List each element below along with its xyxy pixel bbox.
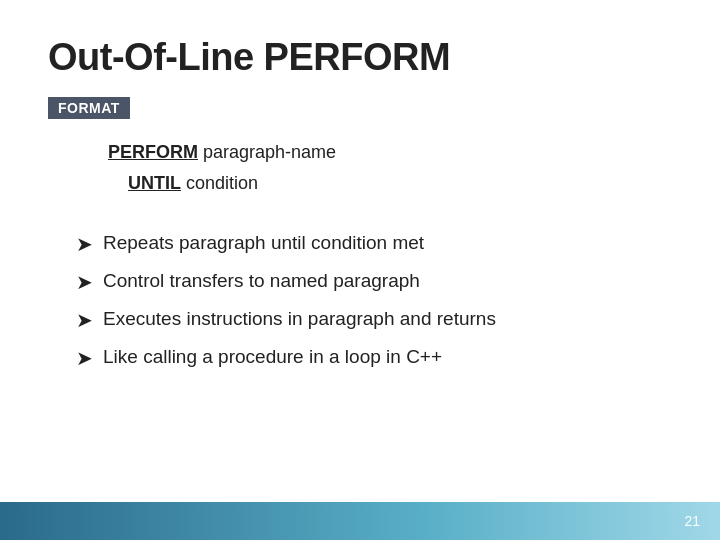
format-block: PERFORM paragraph-name UNTIL condition	[108, 137, 672, 198]
slide-title: Out-Of-Line PERFORM	[48, 36, 672, 79]
format-line-2: UNTIL condition	[108, 168, 672, 199]
bullet-text-4: Like calling a procedure in a loop in C+…	[103, 342, 672, 371]
bottom-bar: 21	[0, 502, 720, 540]
bullet-text-2: Control transfers to named paragraph	[103, 266, 672, 295]
list-item: ➤ Control transfers to named paragraph	[76, 266, 672, 298]
list-item: ➤ Repeats paragraph until condition met	[76, 228, 672, 260]
bullet-list: ➤ Repeats paragraph until condition met …	[76, 228, 672, 374]
list-item: ➤ Executes instructions in paragraph and…	[76, 304, 672, 336]
bullet-arrow-icon: ➤	[76, 343, 93, 374]
format-line-1-rest: paragraph-name	[203, 142, 336, 162]
format-line-2-rest: condition	[186, 173, 258, 193]
bullet-text-1: Repeats paragraph until condition met	[103, 228, 672, 257]
bullet-arrow-icon: ➤	[76, 267, 93, 298]
list-item: ➤ Like calling a procedure in a loop in …	[76, 342, 672, 374]
slide-number: 21	[684, 513, 700, 529]
bullet-text-3: Executes instructions in paragraph and r…	[103, 304, 672, 333]
format-line-1: PERFORM paragraph-name	[108, 137, 672, 168]
bullet-arrow-icon: ➤	[76, 229, 93, 260]
keyword-perform: PERFORM	[108, 142, 198, 162]
slide: Out-Of-Line PERFORM FORMAT PERFORM parag…	[0, 0, 720, 540]
bullet-arrow-icon: ➤	[76, 305, 93, 336]
format-badge: FORMAT	[48, 97, 130, 119]
keyword-until: UNTIL	[128, 173, 181, 193]
